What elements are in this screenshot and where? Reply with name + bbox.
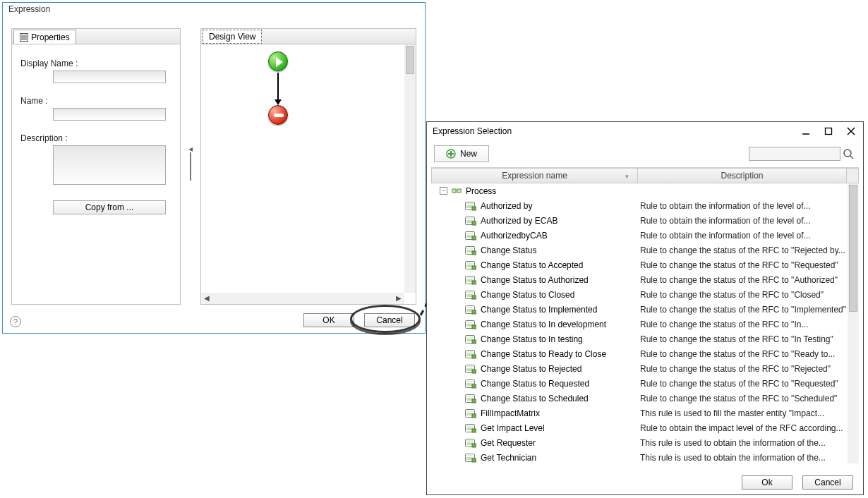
table-row[interactable]: Change Status to Ready to CloseRule to c…	[431, 346, 859, 361]
column-header-description[interactable]: Description	[638, 169, 847, 183]
expression-item-icon	[465, 216, 476, 226]
grid-vertical-scrollbar[interactable]	[848, 183, 859, 463]
row-name: Get Requester	[481, 438, 536, 448]
svg-point-13	[844, 150, 851, 157]
svg-rect-74	[466, 366, 474, 368]
expression-item-icon	[465, 408, 476, 418]
grid-body[interactable]: − Process Authorized byRule to obtain th…	[431, 183, 859, 463]
svg-rect-15	[452, 189, 456, 193]
table-row[interactable]: Change Status to ScheduledRule to change…	[431, 391, 859, 406]
row-name: Get Impact Level	[481, 423, 545, 433]
table-row[interactable]: Change StatusRule to change the status o…	[431, 243, 859, 257]
canvas-vertical-scrollbar[interactable]	[404, 44, 416, 293]
svg-rect-54	[466, 307, 474, 308]
sort-indicator-icon: ▾	[625, 173, 629, 180]
svg-line-14	[850, 156, 853, 159]
row-description: Rule to change the status of the RFC to …	[637, 290, 859, 300]
close-button[interactable]	[845, 125, 857, 138]
table-row[interactable]: Get TechnicianThis rule is used to obtai…	[431, 450, 859, 463]
svg-rect-84	[466, 396, 474, 397]
svg-rect-24	[466, 218, 474, 219]
design-canvas[interactable]: ◀ ▶	[201, 44, 416, 304]
scroll-left-icon[interactable]: ◀	[203, 294, 211, 303]
new-button[interactable]: New	[434, 145, 489, 162]
copy-from-button[interactable]: Copy from ...	[53, 200, 166, 214]
help-icon[interactable]: ?	[10, 316, 21, 327]
expression-item-icon	[465, 334, 476, 344]
row-name: Change Status to Authorized	[481, 275, 589, 285]
row-description: This rule is used to obtain the informat…	[637, 453, 859, 463]
table-row[interactable]: Get Impact LevelRule to obtain the impac…	[431, 420, 859, 435]
svg-rect-89	[466, 411, 474, 412]
selection-title: Expression Selection	[433, 126, 512, 136]
new-button-label: New	[460, 149, 477, 159]
table-row[interactable]: Change Status to RejectedRule to change …	[431, 361, 859, 376]
expression-grid: Expression name ▾ Description − Process	[431, 167, 859, 463]
table-row[interactable]: Change Status to RequestedRule to change…	[431, 376, 859, 391]
row-name: Change Status to Accepted	[481, 260, 583, 270]
row-name: Change Status to Closed	[481, 290, 574, 300]
expression-item-icon	[465, 245, 476, 255]
table-row[interactable]: Authorized by ECABRule to obtain the inf…	[431, 213, 859, 228]
expression-item-icon	[465, 201, 476, 211]
row-description: Rule to obtain the information of the le…	[637, 231, 859, 241]
properties-tabstrip: Properties	[12, 29, 180, 44]
expression-item-icon	[465, 275, 476, 285]
search-button[interactable]	[840, 146, 856, 162]
expression-dialog: Expression Properties Display Name : Nam…	[2, 2, 426, 334]
expression-item-icon	[465, 290, 476, 300]
expression-item-icon	[465, 260, 476, 270]
properties-icon	[20, 33, 28, 42]
svg-rect-59	[466, 322, 474, 323]
table-row[interactable]: Get RequesterThis rule is used to obtain…	[431, 435, 859, 450]
search-input[interactable]	[749, 147, 840, 161]
table-row[interactable]: Authorized byRule to obtain the informat…	[431, 198, 859, 213]
maximize-button[interactable]	[822, 125, 835, 138]
table-row[interactable]: Change Status to ImplementedRule to chan…	[431, 302, 859, 317]
tab-properties[interactable]: Properties	[13, 30, 76, 44]
row-description: Rule to change the status of the RFC to …	[637, 364, 859, 374]
row-description: Rule to change the status of the RFC to …	[637, 320, 859, 329]
row-name: FillImpactMatrix	[481, 408, 540, 418]
label-description: Description :	[20, 133, 171, 143]
table-row[interactable]: AuthorizedbyCABRule to obtain the inform…	[431, 228, 859, 243]
tab-properties-label: Properties	[31, 32, 70, 42]
selection-ok-button[interactable]: Ok	[742, 475, 792, 490]
selection-titlebar: Expression Selection	[427, 122, 863, 140]
row-description: Rule to change the status of the RFC to …	[637, 305, 859, 315]
ok-button[interactable]: OK	[303, 313, 354, 327]
display-name-input[interactable]	[53, 71, 166, 83]
splitter-handle[interactable]: ◀ ▶	[188, 28, 193, 305]
group-label: Process	[466, 186, 496, 196]
minimize-button[interactable]	[800, 125, 812, 138]
description-input[interactable]	[53, 145, 166, 185]
svg-rect-107	[472, 458, 476, 462]
svg-rect-57	[472, 310, 476, 314]
expression-dialog-title: Expression	[3, 3, 425, 16]
label-display-name: Display Name :	[20, 59, 171, 68]
scroll-right-icon[interactable]: ▶	[394, 294, 403, 303]
row-description: Rule to change the status of the RFC to …	[637, 379, 859, 389]
table-row[interactable]: Change Status to AuthorizedRule to chang…	[431, 272, 859, 287]
row-description: Rule to change the status of the RFC to …	[637, 349, 859, 359]
table-row[interactable]: Change Status to AcceptedRule to change …	[431, 257, 859, 272]
tab-design-view[interactable]: Design View	[203, 30, 262, 44]
start-node-icon[interactable]	[268, 51, 288, 71]
canvas-horizontal-scrollbar[interactable]: ◀ ▶	[201, 293, 404, 304]
cancel-button[interactable]: Cancel	[364, 313, 415, 327]
group-row-process[interactable]: − Process	[431, 183, 859, 198]
column-header-name[interactable]: Expression name ▾	[432, 169, 638, 183]
selection-cancel-button[interactable]: Cancel	[802, 475, 853, 490]
tab-design-view-label: Design View	[209, 32, 255, 42]
row-name: AuthorizedbyCAB	[481, 231, 548, 241]
svg-rect-52	[472, 296, 476, 299]
table-row[interactable]: Change Status to In developmentRule to c…	[431, 317, 859, 332]
expression-item-icon	[465, 349, 476, 359]
table-row[interactable]: Change Status to In testingRule to chang…	[431, 332, 859, 346]
row-name: Change Status to Rejected	[481, 364, 581, 374]
collapse-toggle-icon[interactable]: −	[440, 187, 447, 195]
table-row[interactable]: FillImpactMatrixThis rule is used to fil…	[431, 406, 859, 420]
table-row[interactable]: Change Status to ClosedRule to change th…	[431, 287, 859, 302]
name-input[interactable]	[53, 108, 166, 121]
stop-node-icon[interactable]	[268, 105, 288, 125]
